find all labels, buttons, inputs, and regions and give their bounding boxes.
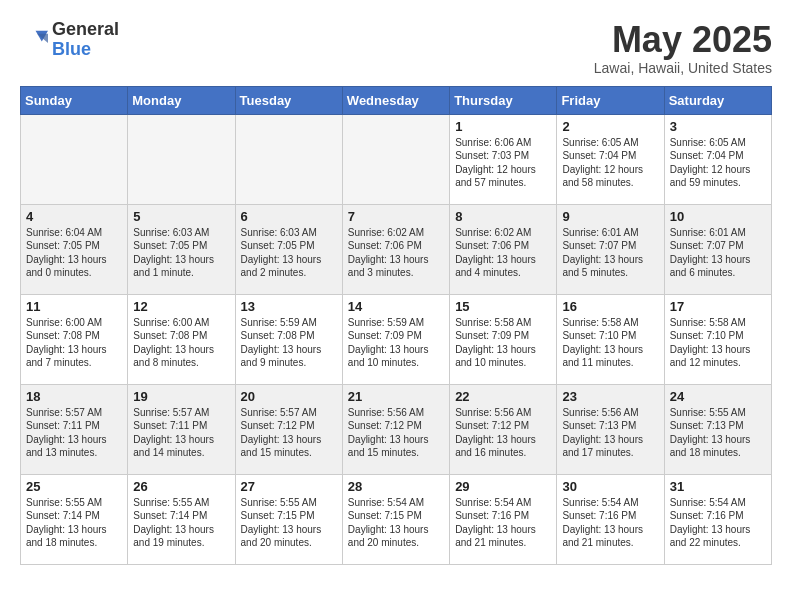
- calendar-cell: 5Sunrise: 6:03 AM Sunset: 7:05 PM Daylig…: [128, 204, 235, 294]
- title-block: May 2025 Lawai, Hawaii, United States: [594, 20, 772, 76]
- day-number: 31: [670, 479, 766, 494]
- calendar-week-5: 25Sunrise: 5:55 AM Sunset: 7:14 PM Dayli…: [21, 474, 772, 564]
- day-info: Sunrise: 5:54 AM Sunset: 7:15 PM Dayligh…: [348, 496, 444, 550]
- day-info: Sunrise: 6:00 AM Sunset: 7:08 PM Dayligh…: [133, 316, 229, 370]
- calendar-table: SundayMondayTuesdayWednesdayThursdayFrid…: [20, 86, 772, 565]
- calendar-cell: 25Sunrise: 5:55 AM Sunset: 7:14 PM Dayli…: [21, 474, 128, 564]
- location: Lawai, Hawaii, United States: [594, 60, 772, 76]
- calendar-cell: 14Sunrise: 5:59 AM Sunset: 7:09 PM Dayli…: [342, 294, 449, 384]
- day-number: 19: [133, 389, 229, 404]
- day-number: 3: [670, 119, 766, 134]
- calendar-cell: 31Sunrise: 5:54 AM Sunset: 7:16 PM Dayli…: [664, 474, 771, 564]
- day-number: 11: [26, 299, 122, 314]
- weekday-header-monday: Monday: [128, 86, 235, 114]
- calendar-cell: [342, 114, 449, 204]
- day-number: 26: [133, 479, 229, 494]
- calendar-cell: 9Sunrise: 6:01 AM Sunset: 7:07 PM Daylig…: [557, 204, 664, 294]
- day-number: 24: [670, 389, 766, 404]
- calendar-cell: 23Sunrise: 5:56 AM Sunset: 7:13 PM Dayli…: [557, 384, 664, 474]
- calendar-cell: 3Sunrise: 6:05 AM Sunset: 7:04 PM Daylig…: [664, 114, 771, 204]
- calendar-cell: 12Sunrise: 6:00 AM Sunset: 7:08 PM Dayli…: [128, 294, 235, 384]
- day-info: Sunrise: 5:55 AM Sunset: 7:14 PM Dayligh…: [133, 496, 229, 550]
- day-info: Sunrise: 5:59 AM Sunset: 7:09 PM Dayligh…: [348, 316, 444, 370]
- weekday-header-row: SundayMondayTuesdayWednesdayThursdayFrid…: [21, 86, 772, 114]
- day-info: Sunrise: 6:03 AM Sunset: 7:05 PM Dayligh…: [241, 226, 337, 280]
- day-number: 21: [348, 389, 444, 404]
- day-info: Sunrise: 5:56 AM Sunset: 7:12 PM Dayligh…: [348, 406, 444, 460]
- day-info: Sunrise: 5:56 AM Sunset: 7:12 PM Dayligh…: [455, 406, 551, 460]
- day-number: 22: [455, 389, 551, 404]
- day-info: Sunrise: 5:57 AM Sunset: 7:12 PM Dayligh…: [241, 406, 337, 460]
- day-info: Sunrise: 5:57 AM Sunset: 7:11 PM Dayligh…: [26, 406, 122, 460]
- calendar-week-4: 18Sunrise: 5:57 AM Sunset: 7:11 PM Dayli…: [21, 384, 772, 474]
- day-number: 29: [455, 479, 551, 494]
- weekday-header-tuesday: Tuesday: [235, 86, 342, 114]
- calendar-cell: 28Sunrise: 5:54 AM Sunset: 7:15 PM Dayli…: [342, 474, 449, 564]
- day-number: 18: [26, 389, 122, 404]
- weekday-header-sunday: Sunday: [21, 86, 128, 114]
- day-info: Sunrise: 6:05 AM Sunset: 7:04 PM Dayligh…: [562, 136, 658, 190]
- day-info: Sunrise: 6:05 AM Sunset: 7:04 PM Dayligh…: [670, 136, 766, 190]
- calendar-cell: 7Sunrise: 6:02 AM Sunset: 7:06 PM Daylig…: [342, 204, 449, 294]
- calendar-cell: 21Sunrise: 5:56 AM Sunset: 7:12 PM Dayli…: [342, 384, 449, 474]
- day-info: Sunrise: 5:58 AM Sunset: 7:10 PM Dayligh…: [670, 316, 766, 370]
- calendar-cell: 1Sunrise: 6:06 AM Sunset: 7:03 PM Daylig…: [450, 114, 557, 204]
- day-info: Sunrise: 5:58 AM Sunset: 7:09 PM Dayligh…: [455, 316, 551, 370]
- calendar-cell: 17Sunrise: 5:58 AM Sunset: 7:10 PM Dayli…: [664, 294, 771, 384]
- month-title: May 2025: [594, 20, 772, 60]
- calendar-week-2: 4Sunrise: 6:04 AM Sunset: 7:05 PM Daylig…: [21, 204, 772, 294]
- day-info: Sunrise: 6:02 AM Sunset: 7:06 PM Dayligh…: [455, 226, 551, 280]
- day-info: Sunrise: 5:59 AM Sunset: 7:08 PM Dayligh…: [241, 316, 337, 370]
- day-number: 6: [241, 209, 337, 224]
- calendar-cell: 27Sunrise: 5:55 AM Sunset: 7:15 PM Dayli…: [235, 474, 342, 564]
- day-number: 9: [562, 209, 658, 224]
- weekday-header-wednesday: Wednesday: [342, 86, 449, 114]
- calendar-cell: 22Sunrise: 5:56 AM Sunset: 7:12 PM Dayli…: [450, 384, 557, 474]
- day-number: 2: [562, 119, 658, 134]
- day-number: 13: [241, 299, 337, 314]
- day-info: Sunrise: 5:56 AM Sunset: 7:13 PM Dayligh…: [562, 406, 658, 460]
- calendar-cell: 16Sunrise: 5:58 AM Sunset: 7:10 PM Dayli…: [557, 294, 664, 384]
- svg-rect-0: [20, 26, 48, 54]
- day-info: Sunrise: 5:55 AM Sunset: 7:13 PM Dayligh…: [670, 406, 766, 460]
- day-number: 20: [241, 389, 337, 404]
- logo-blue: Blue: [52, 40, 119, 60]
- calendar-cell: 19Sunrise: 5:57 AM Sunset: 7:11 PM Dayli…: [128, 384, 235, 474]
- day-number: 28: [348, 479, 444, 494]
- day-number: 25: [26, 479, 122, 494]
- day-info: Sunrise: 5:55 AM Sunset: 7:15 PM Dayligh…: [241, 496, 337, 550]
- day-info: Sunrise: 5:58 AM Sunset: 7:10 PM Dayligh…: [562, 316, 658, 370]
- day-info: Sunrise: 5:54 AM Sunset: 7:16 PM Dayligh…: [670, 496, 766, 550]
- calendar-week-1: 1Sunrise: 6:06 AM Sunset: 7:03 PM Daylig…: [21, 114, 772, 204]
- weekday-header-saturday: Saturday: [664, 86, 771, 114]
- day-info: Sunrise: 6:00 AM Sunset: 7:08 PM Dayligh…: [26, 316, 122, 370]
- day-number: 7: [348, 209, 444, 224]
- logo-text: General Blue: [52, 20, 119, 60]
- logo: General Blue: [20, 20, 119, 60]
- logo-general: General: [52, 20, 119, 40]
- day-info: Sunrise: 5:55 AM Sunset: 7:14 PM Dayligh…: [26, 496, 122, 550]
- calendar-cell: 24Sunrise: 5:55 AM Sunset: 7:13 PM Dayli…: [664, 384, 771, 474]
- calendar-cell: [21, 114, 128, 204]
- day-info: Sunrise: 5:54 AM Sunset: 7:16 PM Dayligh…: [562, 496, 658, 550]
- weekday-header-friday: Friday: [557, 86, 664, 114]
- day-info: Sunrise: 6:01 AM Sunset: 7:07 PM Dayligh…: [562, 226, 658, 280]
- calendar-cell: 2Sunrise: 6:05 AM Sunset: 7:04 PM Daylig…: [557, 114, 664, 204]
- calendar-cell: [235, 114, 342, 204]
- calendar-cell: [128, 114, 235, 204]
- day-info: Sunrise: 6:02 AM Sunset: 7:06 PM Dayligh…: [348, 226, 444, 280]
- calendar-cell: 4Sunrise: 6:04 AM Sunset: 7:05 PM Daylig…: [21, 204, 128, 294]
- logo-icon: [20, 26, 48, 54]
- day-info: Sunrise: 6:01 AM Sunset: 7:07 PM Dayligh…: [670, 226, 766, 280]
- calendar-cell: 11Sunrise: 6:00 AM Sunset: 7:08 PM Dayli…: [21, 294, 128, 384]
- calendar-cell: 15Sunrise: 5:58 AM Sunset: 7:09 PM Dayli…: [450, 294, 557, 384]
- day-number: 15: [455, 299, 551, 314]
- day-number: 5: [133, 209, 229, 224]
- weekday-header-thursday: Thursday: [450, 86, 557, 114]
- calendar-cell: 13Sunrise: 5:59 AM Sunset: 7:08 PM Dayli…: [235, 294, 342, 384]
- calendar-cell: 30Sunrise: 5:54 AM Sunset: 7:16 PM Dayli…: [557, 474, 664, 564]
- day-number: 30: [562, 479, 658, 494]
- day-number: 14: [348, 299, 444, 314]
- day-number: 12: [133, 299, 229, 314]
- day-info: Sunrise: 6:04 AM Sunset: 7:05 PM Dayligh…: [26, 226, 122, 280]
